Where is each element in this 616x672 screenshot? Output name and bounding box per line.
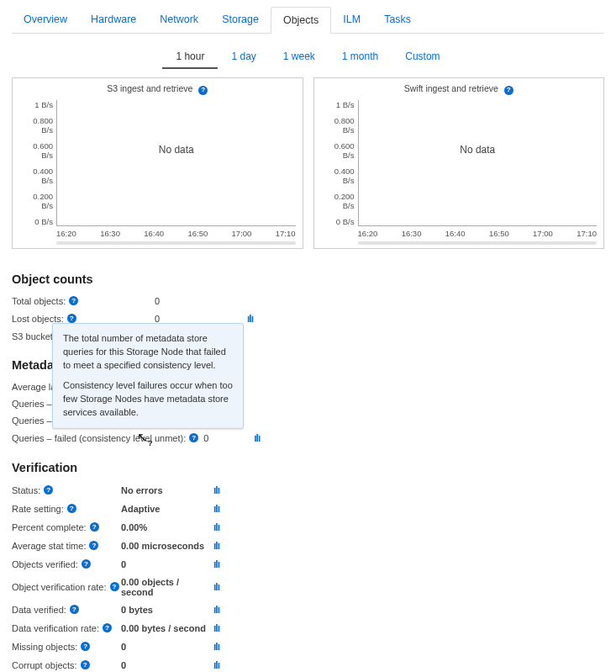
- timerange-1hour[interactable]: 1 hour: [162, 45, 218, 69]
- value-missing-objects: 0: [121, 642, 213, 652]
- chart-icon[interactable]: ılı: [213, 581, 219, 593]
- help-icon[interactable]: ?: [89, 541, 98, 550]
- tab-objects[interactable]: Objects: [271, 7, 331, 34]
- help-icon[interactable]: ?: [69, 296, 78, 305]
- chart-icon[interactable]: ılı: [213, 484, 219, 496]
- help-icon[interactable]: ?: [82, 559, 91, 569]
- label-corrupt-objects: Corrupt objects:: [12, 660, 77, 670]
- chart-icon[interactable]: ılı: [213, 503, 219, 515]
- help-icon[interactable]: ?: [44, 485, 53, 495]
- row-percent-complete: Percent complete:? 0.00% ılı: [12, 518, 604, 537]
- row-status: Status:? No errors ılı: [12, 481, 604, 500]
- row-rate-setting: Rate setting:? Adaptive ılı: [12, 500, 604, 518]
- chart-swift-title: Swift ingest and retrieve: [404, 83, 498, 93]
- chart-s3: S3 ingest and retrieve ? 1 B/s 0.800 B/s…: [12, 77, 303, 249]
- label-data-verify-rate: Data verification rate:: [12, 623, 99, 633]
- label-rate-setting: Rate setting:: [12, 504, 64, 514]
- row-avg-stat-time: Average stat time:? 0.00 microseconds ıl…: [12, 537, 604, 555]
- tooltip-text-1: The total number of metadata store queri…: [63, 332, 233, 373]
- value-queries-consistency: 0: [203, 433, 254, 443]
- timerange-1week[interactable]: 1 week: [270, 45, 329, 69]
- chart-s3-plot: No data: [56, 100, 296, 226]
- chart-s3-nodata: No data: [159, 144, 194, 156]
- tab-network[interactable]: Network: [148, 7, 210, 33]
- charts-row: S3 ingest and retrieve ? 1 B/s 0.800 B/s…: [12, 77, 604, 249]
- label-queries-consistency: Queries – failed (consistency level unme…: [12, 433, 186, 443]
- value-lost-objects: 0: [155, 314, 247, 324]
- label-status: Status:: [12, 485, 40, 495]
- chart-s3-yaxis: 1 B/s 0.800 B/s 0.600 B/s 0.400 B/s 0.20…: [19, 100, 56, 226]
- row-total-objects: Total objects:? 0: [12, 293, 604, 310]
- tab-hardware[interactable]: Hardware: [79, 7, 148, 33]
- row-missing-objects: Missing objects:? 0 ılı: [12, 638, 604, 656]
- help-icon[interactable]: ?: [67, 504, 76, 513]
- row-corrupt-objects: Corrupt objects:? 0 ılı: [12, 656, 604, 673]
- value-avg-stat-time: 0.00 microseconds: [121, 541, 213, 551]
- tab-overview[interactable]: Overview: [12, 7, 79, 33]
- help-icon[interactable]: ?: [103, 623, 112, 632]
- tooltip-consistency-help: The total number of metadata store queri…: [52, 323, 244, 429]
- label-objects-verified: Objects verified:: [12, 559, 78, 569]
- label-avg-stat-time: Average stat time:: [12, 541, 86, 551]
- cursor-help-icon: ?: [148, 439, 153, 447]
- chart-s3-title: S3 ingest and retrieve: [107, 83, 192, 93]
- chart-icon[interactable]: ılı: [247, 313, 253, 325]
- timerange-custom[interactable]: Custom: [392, 45, 453, 69]
- row-data-verified: Data verified:? 0 bytes ılı: [12, 601, 604, 619]
- chart-swift-yaxis: 1 B/s 0.800 B/s 0.600 B/s 0.400 B/s 0.20…: [321, 100, 358, 226]
- chart-icon[interactable]: ılı: [213, 604, 219, 616]
- row-data-verify-rate: Data verification rate:? 0.00 bytes / se…: [12, 619, 604, 638]
- section-object-counts-title: Object counts: [12, 273, 604, 286]
- chart-swift-plot: No data: [358, 100, 598, 226]
- value-corrupt-objects: 0: [121, 660, 213, 670]
- value-objects-verified: 0: [121, 559, 213, 569]
- chart-swift-nodata: No data: [460, 144, 495, 156]
- chart-icon[interactable]: ılı: [213, 622, 219, 634]
- chart-s3-xaxis: 16:20 16:30 16:40 16:50 17:00 17:10: [19, 229, 296, 238]
- tab-tasks[interactable]: Tasks: [372, 7, 423, 33]
- chart-icon[interactable]: ılı: [213, 659, 219, 671]
- label-missing-objects: Missing objects:: [12, 642, 77, 652]
- chart-icon[interactable]: ılı: [213, 641, 219, 653]
- time-range-selector: 1 hour 1 day 1 week 1 month Custom: [12, 45, 604, 69]
- row-objects-verified: Objects verified:? 0 ılı: [12, 555, 604, 574]
- chart-icon[interactable]: ılı: [213, 558, 219, 570]
- help-icon[interactable]: ?: [90, 522, 99, 532]
- row-obj-verify-rate: Object verification rate:? 0.00 objects …: [12, 574, 604, 601]
- value-percent-complete: 0.00%: [121, 522, 213, 532]
- help-icon[interactable]: ?: [189, 433, 198, 442]
- tab-ilm[interactable]: ILM: [331, 7, 372, 33]
- help-icon[interactable]: ?: [81, 642, 90, 651]
- help-icon[interactable]: ?: [198, 86, 208, 95]
- value-status: No errors: [121, 485, 213, 495]
- help-icon[interactable]: ?: [70, 605, 79, 614]
- value-obj-verify-rate: 0.00 objects / second: [121, 577, 213, 597]
- chart-icon[interactable]: ılı: [213, 521, 219, 533]
- cursor-icon: ↖: [137, 430, 148, 445]
- help-icon[interactable]: ?: [504, 86, 513, 95]
- tooltip-text-2: Consistency level failures occur when to…: [63, 379, 233, 420]
- label-lost-objects: Lost objects:: [12, 314, 64, 324]
- row-queries-consistency: Queries – failed (consistency level unme…: [12, 429, 604, 447]
- chart-swift-scrollbar[interactable]: [358, 241, 598, 245]
- label-percent-complete: Percent complete:: [12, 522, 87, 532]
- chart-s3-scrollbar[interactable]: [56, 241, 296, 245]
- tab-storage[interactable]: Storage: [210, 7, 271, 33]
- timerange-1month[interactable]: 1 month: [329, 45, 392, 69]
- chart-swift: Swift ingest and retrieve ? 1 B/s 0.800 …: [313, 77, 605, 249]
- label-obj-verify-rate: Object verification rate:: [12, 582, 107, 592]
- timerange-1day[interactable]: 1 day: [218, 45, 269, 69]
- label-data-verified: Data verified:: [12, 605, 66, 615]
- chart-swift-xaxis: 16:20 16:30 16:40 16:50 17:00 17:10: [321, 229, 598, 238]
- section-verification-title: Verification: [12, 461, 604, 474]
- value-data-verified: 0 bytes: [121, 605, 213, 615]
- help-icon[interactable]: ?: [110, 582, 119, 591]
- value-total-objects: 0: [155, 296, 247, 306]
- help-icon[interactable]: ?: [81, 660, 90, 669]
- label-total-objects: Total objects:: [12, 296, 66, 306]
- help-icon[interactable]: ?: [67, 314, 76, 323]
- value-rate-setting: Adaptive: [121, 504, 213, 514]
- value-data-verify-rate: 0.00 bytes / second: [121, 623, 213, 633]
- chart-icon[interactable]: ılı: [213, 540, 219, 552]
- chart-icon[interactable]: ılı: [254, 432, 260, 444]
